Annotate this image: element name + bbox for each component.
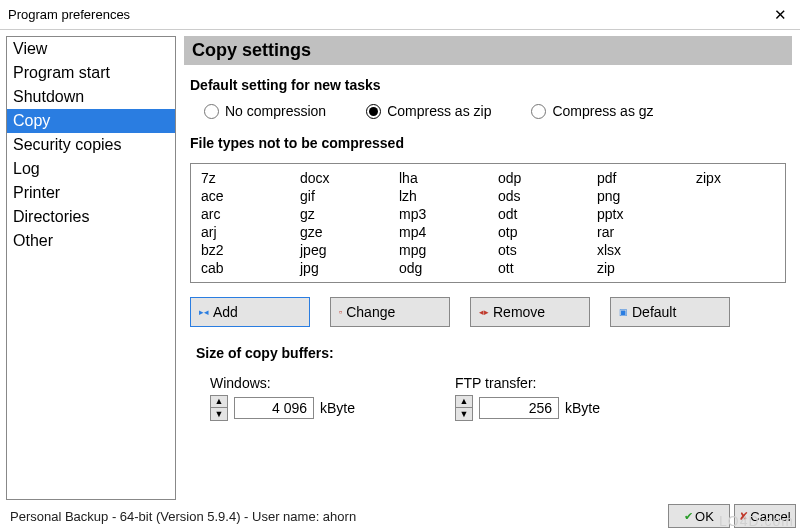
windows-buffer-input[interactable]: [234, 397, 314, 419]
extension-item[interactable]: ace: [201, 188, 280, 204]
sidebar-item-program-start[interactable]: Program start: [7, 61, 175, 85]
extension-item[interactable]: lzh: [399, 188, 478, 204]
content-panel: Copy settings Default setting for new ta…: [176, 30, 800, 500]
extension-item[interactable]: 7z: [201, 170, 280, 186]
add-label: Add: [213, 304, 238, 320]
radio-input-gz[interactable]: [531, 104, 546, 119]
sidebar-item-security-copies[interactable]: Security copies: [7, 133, 175, 157]
change-icon: ▫: [339, 308, 342, 317]
extension-item[interactable]: png: [597, 188, 676, 204]
extension-item[interactable]: [696, 242, 775, 258]
extension-item[interactable]: [696, 206, 775, 222]
default-setting-heading: Default setting for new tasks: [184, 77, 792, 99]
extension-item[interactable]: mp3: [399, 206, 478, 222]
change-button[interactable]: ▫ Change: [330, 297, 450, 327]
cancel-button[interactable]: ✘ Cancel: [734, 504, 796, 528]
spinner-down-icon[interactable]: ▼: [211, 408, 227, 420]
section-title: Copy settings: [184, 36, 792, 65]
close-button[interactable]: ✕: [760, 0, 800, 30]
radio-input-zip[interactable]: [366, 104, 381, 119]
spinner-up-icon[interactable]: ▲: [456, 396, 472, 408]
radio-label-none: No compression: [225, 103, 326, 119]
extension-item[interactable]: zip: [597, 260, 676, 276]
remove-label: Remove: [493, 304, 545, 320]
extension-item[interactable]: xlsx: [597, 242, 676, 258]
extension-item[interactable]: bz2: [201, 242, 280, 258]
check-icon: ✔: [684, 510, 693, 523]
extension-item[interactable]: docx: [300, 170, 379, 186]
sidebar-item-view[interactable]: View: [7, 37, 175, 61]
extension-item[interactable]: odg: [399, 260, 478, 276]
sidebar-item-printer[interactable]: Printer: [7, 181, 175, 205]
extension-item[interactable]: cab: [201, 260, 280, 276]
extension-item[interactable]: pdf: [597, 170, 676, 186]
titlebar: Program preferences ✕: [0, 0, 800, 30]
filetypes-heading: File types not to be compressed: [184, 135, 792, 157]
extension-item[interactable]: pptx: [597, 206, 676, 222]
extension-item[interactable]: ots: [498, 242, 577, 258]
extension-item[interactable]: odp: [498, 170, 577, 186]
extension-item[interactable]: rar: [597, 224, 676, 240]
sidebar-item-shutdown[interactable]: Shutdown: [7, 85, 175, 109]
sidebar-item-log[interactable]: Log: [7, 157, 175, 181]
extension-item[interactable]: [696, 224, 775, 240]
extension-item[interactable]: zipx: [696, 170, 775, 186]
default-label: Default: [632, 304, 676, 320]
add-icon: ▸◂: [199, 308, 209, 317]
radio-no-compression[interactable]: No compression: [204, 103, 326, 119]
extension-item[interactable]: jpeg: [300, 242, 379, 258]
extension-item[interactable]: gif: [300, 188, 379, 204]
extensions-list[interactable]: 7zdocxlhaodppdfzipxacegiflzhodspngarcgzm…: [190, 163, 786, 283]
radio-compress-gz[interactable]: Compress as gz: [531, 103, 653, 119]
sidebar-item-directories[interactable]: Directories: [7, 205, 175, 229]
footer: Personal Backup - 64-bit (Version 5.9.4)…: [0, 501, 800, 531]
ftp-buffer-input[interactable]: [479, 397, 559, 419]
extension-item[interactable]: ods: [498, 188, 577, 204]
close-icon: ✕: [774, 6, 787, 24]
radio-input-none[interactable]: [204, 104, 219, 119]
extension-item[interactable]: [696, 260, 775, 276]
ftp-spinner[interactable]: ▲ ▼: [455, 395, 473, 421]
windows-unit: kByte: [320, 400, 355, 416]
sidebar: View Program start Shutdown Copy Securit…: [6, 36, 176, 500]
cancel-label: Cancel: [750, 509, 790, 524]
extension-item[interactable]: ott: [498, 260, 577, 276]
default-icon: ▣: [619, 308, 628, 317]
extension-item[interactable]: [696, 188, 775, 204]
radio-label-gz: Compress as gz: [552, 103, 653, 119]
status-text: Personal Backup - 64-bit (Version 5.9.4)…: [10, 509, 356, 524]
ok-button[interactable]: ✔ OK: [668, 504, 730, 528]
sidebar-item-other[interactable]: Other: [7, 229, 175, 253]
main-area: View Program start Shutdown Copy Securit…: [0, 30, 800, 500]
ftp-buffer-input-row: ▲ ▼ kByte: [455, 395, 600, 421]
add-button[interactable]: ▸◂ Add: [190, 297, 310, 327]
spinner-up-icon[interactable]: ▲: [211, 396, 227, 408]
extension-item[interactable]: mp4: [399, 224, 478, 240]
extension-item[interactable]: mpg: [399, 242, 478, 258]
extension-item[interactable]: gz: [300, 206, 379, 222]
radio-label-zip: Compress as zip: [387, 103, 491, 119]
ftp-buffer-label: FTP transfer:: [455, 375, 600, 391]
radio-compress-zip[interactable]: Compress as zip: [366, 103, 491, 119]
extension-item[interactable]: lha: [399, 170, 478, 186]
windows-buffer-input-row: ▲ ▼ kByte: [210, 395, 355, 421]
extension-item[interactable]: jpg: [300, 260, 379, 276]
extension-item[interactable]: arj: [201, 224, 280, 240]
windows-buffer-label: Windows:: [210, 375, 355, 391]
windows-spinner[interactable]: ▲ ▼: [210, 395, 228, 421]
remove-button[interactable]: ◂▸ Remove: [470, 297, 590, 327]
extension-item[interactable]: odt: [498, 206, 577, 222]
compression-radio-group: No compression Compress as zip Compress …: [184, 99, 792, 135]
footer-buttons: ✔ OK ✘ Cancel: [668, 504, 796, 528]
extension-item[interactable]: gze: [300, 224, 379, 240]
extension-item[interactable]: otp: [498, 224, 577, 240]
default-button[interactable]: ▣ Default: [610, 297, 730, 327]
extension-buttons: ▸◂ Add ▫ Change ◂▸ Remove ▣ Default: [184, 293, 792, 345]
sidebar-item-copy[interactable]: Copy: [7, 109, 175, 133]
spinner-down-icon[interactable]: ▼: [456, 408, 472, 420]
windows-buffer-group: Windows: ▲ ▼ kByte: [210, 375, 355, 421]
ftp-unit: kByte: [565, 400, 600, 416]
x-icon: ✘: [739, 510, 748, 523]
extension-item[interactable]: arc: [201, 206, 280, 222]
change-label: Change: [346, 304, 395, 320]
